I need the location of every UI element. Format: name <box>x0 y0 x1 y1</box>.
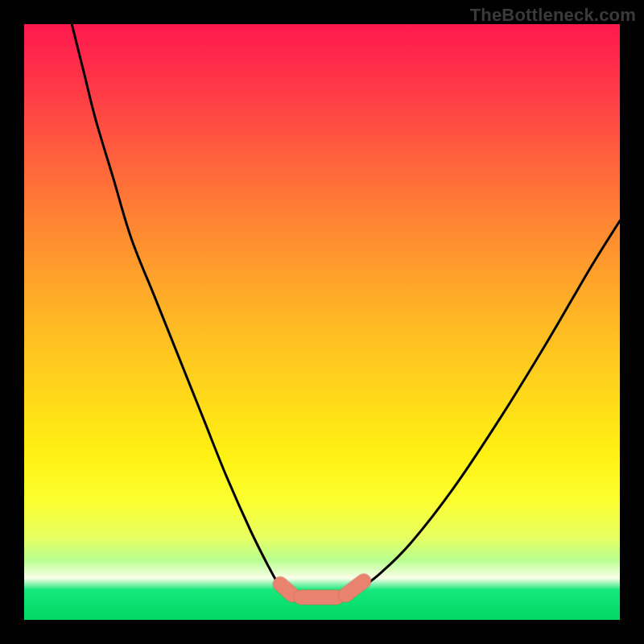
bottleneck-curve <box>72 24 620 597</box>
chart-frame: TheBottleneck.com <box>0 0 644 644</box>
plot-area <box>24 24 620 620</box>
marker-left <box>280 584 292 595</box>
watermark-text: TheBottleneck.com <box>470 5 636 26</box>
curve-path <box>72 24 620 597</box>
chart-svg <box>24 24 620 620</box>
marker-group <box>280 581 364 597</box>
